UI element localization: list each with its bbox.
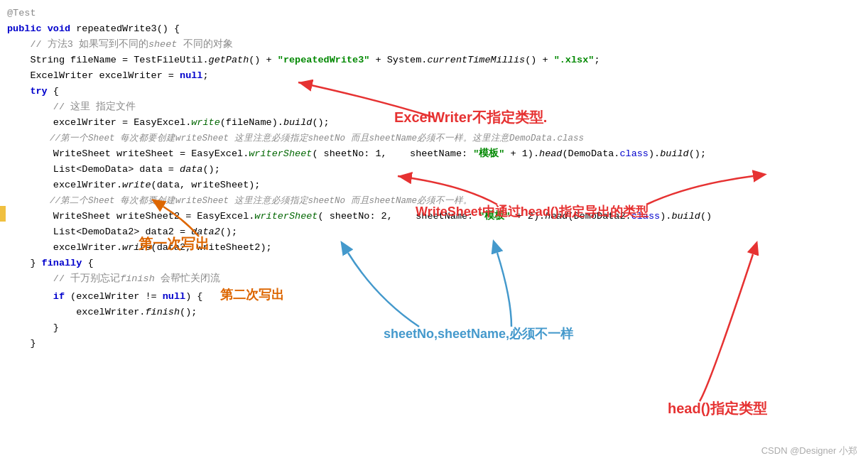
line-6: try { xyxy=(7,84,868,99)
line-3: // 方法3 如果写到不同的sheet 不同的对象 xyxy=(7,37,868,53)
line-12: excelWriter.write(data, writeSheet); xyxy=(7,178,868,193)
line-4: String fileName = TestFileUtil.getPath()… xyxy=(7,53,868,68)
line-10: WriteSheet writeSheet = EasyExcel.writer… xyxy=(7,146,868,162)
watermark: CSDN @Designer 小郑 xyxy=(761,445,857,457)
line-17: } finally { xyxy=(7,256,868,271)
line-13: //第二个Sheet 每次都要创建writeSheet 这里注意必须指定shee… xyxy=(7,193,868,209)
code-area: @Test public void repeatedWrite3() { // … xyxy=(0,0,868,463)
line-16: excelWriter.write(data2, writeSheet2); xyxy=(7,240,868,256)
line-18: // 千万别忘记finish 会帮忙关闭流 xyxy=(7,271,868,287)
line-14: WriteSheet writeSheet2 = EasyExcel.write… xyxy=(7,209,868,224)
line-1: @Test xyxy=(7,6,868,21)
line-8: excelWriter = EasyExcel.write(fileName).… xyxy=(7,115,868,131)
line-2: public void repeatedWrite3() { xyxy=(7,21,868,37)
line-19: if (excelWriter != null) { 第二次写出 xyxy=(7,287,868,305)
line-7: // 这里 指定文件 xyxy=(7,99,868,115)
line-11: List<DemoData> data = data(); xyxy=(7,162,868,178)
line-9: //第一个Sheet 每次都要创建writeSheet 这里注意必须指定shee… xyxy=(7,131,868,146)
left-marker xyxy=(0,206,6,222)
line-22: } xyxy=(7,336,868,352)
line-5: ExcelWriter excelWriter = null; xyxy=(7,68,868,84)
line-15: List<DemoData2> data2 = data2(); xyxy=(7,224,868,240)
annotation-head-type: head()指定类型 xyxy=(668,399,767,418)
line-20: excelWriter.finish(); xyxy=(7,305,868,320)
line-21: } xyxy=(7,320,868,336)
